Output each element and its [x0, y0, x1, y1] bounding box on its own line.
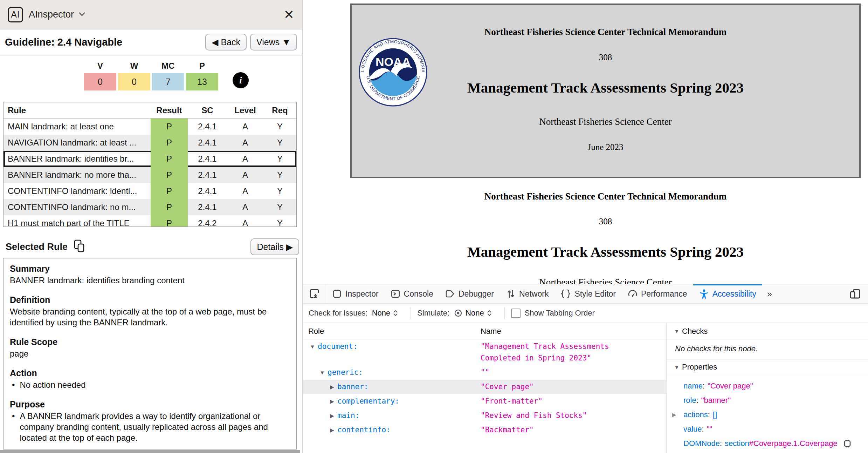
tab-style-editor[interactable]: Style Editor [554, 284, 622, 303]
rule-req: Y [263, 167, 296, 183]
rule-result: P [151, 167, 188, 183]
rule-name: BANNER landmark: identifies br... [4, 151, 151, 167]
tab-label: Debugger [459, 289, 494, 299]
rule-name: NAVIGATION landmark: at least ... [4, 135, 151, 151]
back-button[interactable]: ◀ Back [205, 34, 247, 50]
tabbing-order-label: Show Tabbing Order [525, 309, 595, 318]
tree-row-banner-selected[interactable]: ▶ banner: "Cover page" [303, 380, 666, 394]
inspect-node-icon[interactable] [842, 439, 852, 448]
simulate-select[interactable]: None [466, 309, 492, 318]
panel-scrollbar[interactable] [0, 450, 300, 453]
pick-element-icon[interactable] [303, 284, 326, 303]
twisty-icon[interactable]: ▶ [672, 410, 676, 420]
property-name[interactable]: name: "Cover page" [667, 379, 868, 393]
twisty-icon[interactable]: ▶ [327, 424, 337, 436]
simulate-icon [454, 309, 463, 318]
tree-row-complementary[interactable]: ▶ complementary: "Front-matter" [303, 394, 666, 408]
ainspector-title[interactable]: AInspector [29, 9, 74, 20]
toolbar-separator [504, 307, 505, 319]
ainspector-logo: AI [8, 7, 23, 22]
tab-performance[interactable]: Performance [622, 284, 693, 303]
views-button[interactable]: Views ▼ [250, 34, 297, 50]
col-header-rule[interactable]: Rule [4, 102, 151, 118]
accessibility-toolbar: Check for issues: None Simulate: None Sh… [303, 304, 868, 323]
tree-row-document[interactable]: ▼ document: "Management Track Assessment… [303, 339, 666, 365]
twisty-icon[interactable]: ▶ [327, 381, 337, 393]
responsive-design-mode-icon[interactable] [849, 284, 868, 303]
twisty-icon[interactable]: ▼ [317, 367, 328, 378]
summary-warnings: W 0 [118, 59, 150, 90]
role-label: banner: [337, 381, 368, 393]
check-issues-select[interactable]: None [372, 309, 398, 318]
checks-empty-message: No checks for this node. [667, 339, 868, 359]
section-heading: Definition [10, 295, 290, 305]
rule-result: P [151, 199, 188, 215]
twisty-icon[interactable]: ▶ [327, 410, 337, 421]
property-actions[interactable]: ▶ actions: [] [667, 407, 868, 422]
table-row[interactable]: MAIN landmark: at least one P 2.4.1 A Y [4, 119, 296, 135]
table-row[interactable]: CONTENTINFO landmark: identi... P 2.4.1 … [4, 183, 296, 199]
property-role[interactable]: role: "banner" [667, 393, 868, 407]
section-heading: Action [10, 368, 290, 379]
info-icon[interactable]: i [233, 72, 249, 88]
tree-row-main[interactable]: ▶ main: "Review and Fish Stocks" [303, 408, 666, 423]
property-key: name [683, 381, 703, 391]
tab-label: Performance [641, 289, 687, 299]
tab-console[interactable]: Console [385, 284, 439, 303]
more-tabs-chevron[interactable]: » [762, 284, 776, 303]
details-button[interactable]: Details ▶ [250, 238, 299, 255]
checks-section-header[interactable]: ▼ Checks [667, 323, 868, 339]
twisty-icon[interactable]: ▶ [327, 395, 337, 407]
table-row-selected[interactable]: BANNER landmark: identifies br... P 2.4.… [4, 151, 296, 167]
document-cover-page: NATIONAL OCEANIC AND ATMOSPHERIC ADMINIS… [350, 4, 861, 178]
col-header-result[interactable]: Result [151, 102, 188, 118]
domnode-id: #Coverpage.1.Coverpage [749, 439, 838, 448]
rule-name: CONTENTINFO landmark: no m... [4, 199, 151, 215]
tab-label: Network [519, 289, 549, 299]
debugger-icon [445, 289, 455, 299]
table-row[interactable]: H1 must match part of the TITLE P 2.4.2 … [4, 215, 296, 227]
section-heading: Summary [10, 263, 290, 274]
section-heading: Rule Scope [10, 337, 290, 347]
domnode-tag[interactable]: section [725, 439, 749, 448]
name-column-header[interactable]: Name [481, 327, 666, 336]
col-header-level[interactable]: Level [227, 102, 263, 118]
close-icon[interactable]: ✕ [284, 8, 294, 21]
table-row[interactable]: BANNER landmark: no more tha... P 2.4.1 … [4, 167, 296, 183]
twisty-icon[interactable]: ▼ [307, 341, 318, 352]
tab-inspector[interactable]: Inspector [326, 284, 385, 303]
rule-name: H1 must match part of the TITLE [4, 215, 151, 227]
rule-result: P [151, 183, 188, 199]
tab-label: Inspector [345, 289, 379, 299]
table-row[interactable]: NAVIGATION landmark: at least ... P 2.4.… [4, 135, 296, 151]
panel-divider[interactable] [302, 0, 303, 453]
tree-row-contentinfo[interactable]: ▶ contentinfo: "Backmatter" [303, 423, 666, 437]
chevron-down-icon[interactable] [78, 12, 86, 18]
col-header-req[interactable]: Req [263, 102, 296, 118]
property-domnode[interactable]: DOMNode: section#Coverpage.1.Coverpage [667, 436, 868, 451]
property-value: "" [707, 424, 712, 434]
rule-req: Y [263, 215, 296, 227]
summary-violations: V 0 [84, 59, 116, 90]
console-icon [391, 289, 400, 299]
tabbing-order-checkbox[interactable] [511, 309, 521, 318]
accessible-name: "Management Track Assessments Completed … [481, 341, 642, 364]
properties-section-header[interactable]: ▼ Properties [667, 359, 868, 375]
tree-rows: ▼ document: "Management Track Assessment… [303, 339, 666, 437]
tree-row-generic[interactable]: ▼ generic: "" [303, 365, 666, 380]
tab-network[interactable]: Network [500, 284, 554, 303]
show-tabbing-order-toggle[interactable]: Show Tabbing Order [511, 309, 595, 318]
results-summary: V 0 W 0 MC 7 P 13 i [0, 55, 302, 101]
tab-debugger[interactable]: Debugger [439, 284, 500, 303]
role-column-header[interactable]: Role [303, 327, 481, 336]
col-header-sc[interactable]: SC [188, 102, 227, 118]
selected-rule-details: Summary BANNER landmark: identifies bran… [3, 258, 297, 449]
property-value[interactable]: value: "" [667, 422, 868, 436]
rule-level: A [227, 119, 263, 135]
copy-icon[interactable] [73, 239, 86, 255]
table-row[interactable]: CONTENTINFO landmark: no m... P 2.4.1 A … [4, 199, 296, 215]
tab-accessibility[interactable]: Accessibility [693, 284, 762, 303]
property-key: value [683, 424, 702, 434]
section-text: A BANNER landmark provides a way to iden… [20, 411, 290, 443]
summary-section: Summary BANNER landmark: identifies bran… [10, 263, 290, 286]
